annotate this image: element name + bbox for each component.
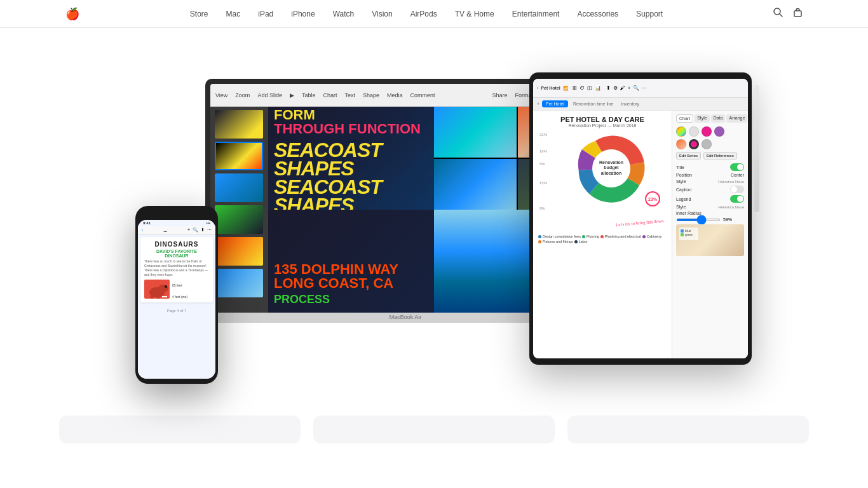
status-bar: 9:41 ▪▪▪ <box>138 220 215 226</box>
style-row-1: Style Helvetica Neue <box>676 179 744 184</box>
legend-area: Design consultation fees Flooring Plumbi… <box>538 234 667 243</box>
slide-thumb-3[interactable] <box>215 173 263 202</box>
more-icon[interactable]: ⋯ <box>642 85 647 91</box>
slide-thumb-6[interactable] <box>215 269 263 297</box>
sidebar-tab-data[interactable]: Data <box>711 114 726 123</box>
nav-entertainment[interactable]: Entertainment <box>512 10 560 18</box>
toolbar-shape[interactable]: Shape <box>363 92 379 98</box>
toolbar-view[interactable]: View <box>215 92 227 98</box>
search-icon-toolbar[interactable]: 🔍 <box>633 85 639 91</box>
legend-label-2: Flooring <box>587 234 599 238</box>
chart-icon-toolbar[interactable]: 📊 <box>595 85 601 91</box>
color-ring-1[interactable] <box>689 126 699 137</box>
legend-dot-2 <box>582 235 585 238</box>
ipad-outer: ‹ Pet Hotel 📶 ⊞ ⏱ ◫ 📊 ⬆ <box>529 72 752 365</box>
edit-series-button[interactable]: Edit Series <box>676 152 701 159</box>
more-iphone-icon[interactable]: ⋯ <box>207 227 212 233</box>
numbers-toolbar: ‹ Pet Hotel 📶 ⊞ ⏱ ◫ 📊 ⬆ <box>533 79 748 98</box>
toolbar-comment[interactable]: Comment <box>410 92 435 98</box>
color-ring-purple[interactable] <box>714 126 724 137</box>
tab-renovation[interactable]: Renovation time line <box>571 100 616 107</box>
annotation-circle: 23% <box>645 191 660 207</box>
table-icon[interactable]: ⊞ <box>573 85 577 91</box>
chart-subtitle: Renovation Project — March 2018 <box>538 123 667 128</box>
sidebar-tab-chart[interactable]: Chart <box>676 114 693 123</box>
seacoast-title-2: SEACOAST SHAPES <box>274 178 428 210</box>
tab-inventory[interactable]: Inventory <box>618 100 642 107</box>
map-image: blue green <box>676 224 744 256</box>
nav-accessories[interactable]: Accessories <box>577 10 618 18</box>
search-iphone-icon[interactable]: 🔍 <box>193 227 198 233</box>
sidebar-tab-arrange[interactable]: Arrange <box>726 114 747 123</box>
y-label-9: 9% <box>539 207 545 210</box>
tab-pet-hotel[interactable]: Pet Hotel <box>542 100 568 107</box>
nav-iphone[interactable]: iPhone <box>291 10 315 18</box>
nav-tv-home[interactable]: TV & Home <box>455 10 494 18</box>
edit-references-button[interactable]: Edit References <box>703 152 737 159</box>
back-button[interactable]: ‹ <box>142 228 143 233</box>
caption-row: Caption <box>676 186 744 193</box>
toolbar-actions: ⊞ ⏱ ◫ 📊 ⬆ ⚙ 🖌 + 🔍 ⋯ <box>573 85 648 91</box>
wifi-icon: 📶 <box>563 86 569 91</box>
y-axis: 32% 16% 15% 9% 5% <box>538 130 551 232</box>
function-label: THROUGH FUNCTION <box>274 122 428 136</box>
form-icon[interactable]: ◫ <box>587 85 592 91</box>
nav-mac[interactable]: Mac <box>226 10 241 18</box>
toolbar-add-slide[interactable]: Add Slide <box>257 92 282 98</box>
slide-thumb-2[interactable] <box>215 142 263 170</box>
nav-store[interactable]: Store <box>190 10 208 18</box>
slide-thumb-1[interactable] <box>215 110 263 139</box>
paint-icon[interactable]: 🖌 <box>620 85 625 91</box>
donut-center-label: Renovation budget allocation <box>592 160 630 176</box>
keynote-slide-list: DINOSAURS DAVID'S FAVORITE DINOSAUR Ther… <box>138 234 215 308</box>
nav-watch[interactable]: Watch <box>333 10 355 18</box>
toolbar-media[interactable]: Media <box>387 92 403 98</box>
legend-item-3: Plumbing and electrical <box>600 234 641 238</box>
nav-actions <box>773 8 803 20</box>
color-grey[interactable] <box>702 139 712 149</box>
color-selected[interactable] <box>689 139 699 149</box>
slide-thumb-5[interactable] <box>215 237 263 266</box>
numbers-app: ‹ Pet Hotel 📶 ⊞ ⏱ ◫ 📊 ⬆ <box>533 79 748 358</box>
title-toggle[interactable] <box>730 163 744 171</box>
share-icon[interactable]: ⬆ <box>606 85 611 91</box>
toolbar-text[interactable]: Text <box>344 92 355 98</box>
legend-item-6: Labor <box>574 240 588 243</box>
search-icon[interactable] <box>773 8 783 20</box>
plus-icon[interactable]: + <box>628 85 631 91</box>
address-label: 135 DOLPHIN WAY <box>274 262 428 276</box>
sidebar-tab-style[interactable]: Style <box>695 114 710 123</box>
back-icon[interactable]: ‹ <box>537 86 538 90</box>
toolbar-table[interactable]: Table <box>302 92 316 98</box>
color-ring-pink[interactable] <box>702 126 712 137</box>
bottom-card-2[interactable] <box>313 416 555 444</box>
inner-radius-slider[interactable] <box>676 219 721 221</box>
toolbar-play[interactable]: ▶ <box>290 92 294 98</box>
bag-icon[interactable] <box>793 8 803 20</box>
toolbar-zoom[interactable]: Zoom <box>235 92 250 98</box>
legend-toggle[interactable] <box>730 195 744 203</box>
apple-pencil <box>754 85 759 212</box>
bottom-card-1[interactable] <box>59 416 301 444</box>
toolbar-chart[interactable]: Chart <box>323 92 337 98</box>
add-sheet[interactable]: + <box>537 102 539 106</box>
nav-ipad[interactable]: iPad <box>258 10 273 18</box>
nav-airpods[interactable]: AirPods <box>410 10 437 18</box>
toolbar-share[interactable]: Share <box>492 92 507 98</box>
style-value: Helvetica Neue <box>718 180 744 184</box>
ipad-device: ‹ Pet Hotel 📶 ⊞ ⏱ ◫ 📊 ⬆ <box>529 72 752 365</box>
chart-title: PET HOTEL & DAY CARE <box>538 116 667 123</box>
caption-toggle[interactable] <box>730 186 744 193</box>
clock-icon[interactable]: ⏱ <box>580 85 585 91</box>
color-gradient-1[interactable] <box>676 139 686 149</box>
nav-vision[interactable]: Vision <box>372 10 392 18</box>
add-icon[interactable]: + <box>187 227 190 233</box>
color-multicolor[interactable] <box>676 126 686 137</box>
slide-thumb-4[interactable] <box>215 205 263 234</box>
legend-item-4: Cabinetry <box>642 234 662 238</box>
gear-icon[interactable]: ⚙ <box>613 85 618 91</box>
nav-support[interactable]: Support <box>636 10 663 18</box>
bottom-card-3[interactable] <box>567 416 809 444</box>
apple-logo[interactable]: 🍎 <box>65 7 79 21</box>
share-iphone-icon[interactable]: ⬆ <box>201 227 205 233</box>
